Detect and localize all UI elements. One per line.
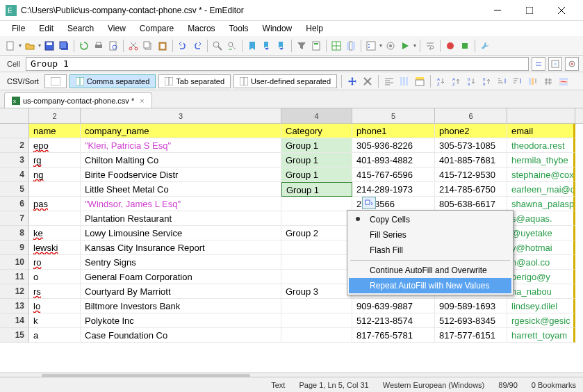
cell[interactable]: rs (29, 284, 81, 299)
next-bookmark-icon[interactable] (275, 40, 288, 52)
tab-separated-button[interactable]: Tab separated (158, 74, 231, 88)
cell[interactable]: 305-936-8226 (352, 138, 435, 153)
menu-file[interactable]: File (6, 22, 31, 35)
cell[interactable] (281, 240, 352, 255)
cell[interactable]: earleen_mai@c (507, 182, 575, 197)
row-number[interactable]: 3 (0, 153, 29, 168)
cell[interactable]: a (29, 328, 81, 343)
menu-edit[interactable]: Edit (33, 22, 60, 35)
row-number[interactable]: 5 (0, 182, 29, 197)
row-number[interactable]: 7 (0, 211, 29, 226)
reload-icon[interactable] (78, 40, 90, 52)
cell[interactable]: Group 1 (281, 153, 352, 168)
cell[interactable]: Polykote Inc (81, 313, 281, 328)
row-number[interactable]: 9 (0, 240, 29, 255)
align-left-icon[interactable] (383, 75, 395, 88)
header-cell[interactable]: company_name (81, 124, 281, 138)
cell[interactable]: 415-712-9530 (435, 168, 507, 182)
cell[interactable] (29, 211, 81, 226)
prev-bookmark-icon[interactable] (261, 40, 273, 52)
cell[interactable]: theodora.rest (507, 138, 575, 153)
cell[interactable]: 909-589-1693 (435, 299, 507, 313)
cell[interactable]: Plantation Restaurant (81, 211, 281, 226)
cell[interactable]: lewski (29, 240, 81, 255)
cell[interactable]: harrett_toyam (507, 328, 575, 343)
save-all-icon[interactable] (58, 40, 70, 52)
menu-repeat-autofill[interactable]: Repeat AutoFill with New Values (349, 278, 511, 293)
new-icon[interactable] (4, 40, 17, 52)
row-number[interactable]: 4 (0, 168, 29, 182)
normal-mode-button[interactable] (44, 74, 67, 88)
cell[interactable]: General Foam Corporation (81, 270, 281, 284)
menu-fill-series[interactable]: Fill Series (349, 227, 511, 243)
row-number[interactable]: 2 (0, 138, 29, 153)
cell-value-input[interactable] (26, 57, 529, 71)
undo-icon[interactable] (176, 40, 189, 52)
print-icon[interactable] (92, 40, 105, 52)
cut-icon[interactable] (127, 40, 140, 52)
row-number[interactable]: 14 (0, 313, 29, 328)
menu-compare[interactable]: Compare (133, 22, 180, 35)
sort-az-up-icon[interactable]: AZ (450, 75, 463, 88)
corner-cell[interactable] (0, 108, 29, 123)
redo-icon[interactable] (191, 40, 204, 52)
user-defined-button[interactable]: User-defined separated (233, 74, 337, 88)
cell[interactable]: Case Foundation Co (81, 328, 281, 343)
cell[interactable]: 401-885-7681 (435, 153, 507, 168)
cell[interactable]: Biltmore Investors Bank (81, 299, 281, 313)
row-number[interactable]: 10 (0, 255, 29, 270)
cell[interactable]: na_nabou (507, 284, 575, 299)
run-macro-icon[interactable] (399, 40, 411, 52)
col-header[interactable] (507, 108, 575, 123)
menu-search[interactable]: Search (61, 22, 100, 35)
col-header[interactable]: 3 (81, 108, 281, 123)
minimize-button[interactable] (482, 0, 514, 21)
filter-icon[interactable] (295, 40, 308, 52)
cell[interactable]: Chilton Malting Co (81, 153, 281, 168)
cell[interactable]: n@aol.co (507, 255, 575, 270)
move-icon[interactable] (346, 75, 359, 88)
open-icon[interactable] (24, 40, 36, 52)
cell[interactable]: Little Sheet Metal Co (81, 182, 281, 197)
row-number[interactable]: 11 (0, 270, 29, 284)
cell[interactable]: Courtyard By Marriott (81, 284, 281, 299)
header-cell[interactable]: phone2 (435, 124, 507, 138)
cell[interactable]: epo (29, 138, 81, 153)
comma-separated-button[interactable]: Comma separated (69, 74, 156, 88)
cellbar-btn-1[interactable] (532, 57, 545, 71)
cell[interactable] (29, 182, 81, 197)
row-number[interactable]: 13 (0, 299, 29, 313)
cell[interactable]: y@hotmai (507, 240, 575, 255)
cell[interactable]: Group 1 (281, 168, 352, 182)
row-number[interactable]: 15 (0, 328, 29, 343)
row-number[interactable]: 6 (0, 197, 29, 211)
cell[interactable]: "Kleri, Patricia S Esq" (81, 138, 281, 153)
cell[interactable]: 214-289-1973 (352, 182, 435, 197)
paste-icon[interactable] (156, 40, 169, 52)
replace-icon[interactable] (226, 40, 238, 52)
menu-view[interactable]: View (101, 22, 132, 35)
cross-icon[interactable] (361, 75, 374, 88)
cell[interactable]: Birite Foodservice Distr (81, 168, 281, 182)
header-cell[interactable]: phone1 (352, 124, 435, 138)
row-number[interactable] (0, 124, 29, 138)
cell[interactable]: 415-767-6596 (352, 168, 435, 182)
cell[interactable]: 512-213-8574 (352, 313, 435, 328)
cell[interactable]: 817-577-6151 (435, 328, 507, 343)
row-number[interactable]: 8 (0, 226, 29, 240)
menu-copy-cells[interactable]: Copy Cells (349, 212, 511, 227)
col-header[interactable]: 2 (29, 108, 81, 123)
cell[interactable]: s@aquas. (507, 211, 575, 226)
menu-continue-autofill[interactable]: Continue AutoFill and Overwrite (349, 263, 511, 278)
record-icon[interactable] (444, 40, 457, 52)
cell[interactable]: 817-765-5781 (352, 328, 435, 343)
file-tab[interactable]: x us-company-contact-phone.csv * × (4, 92, 152, 108)
multi-sort-icon[interactable] (527, 75, 539, 88)
cell[interactable]: ng (29, 168, 81, 182)
cell[interactable] (281, 255, 352, 270)
save-icon[interactable] (43, 40, 56, 52)
col-header[interactable]: 5 (352, 108, 435, 123)
cell[interactable]: o (29, 270, 81, 284)
delete-dup-icon[interactable] (557, 75, 570, 88)
cell[interactable]: 305-573-1085 (435, 138, 507, 153)
